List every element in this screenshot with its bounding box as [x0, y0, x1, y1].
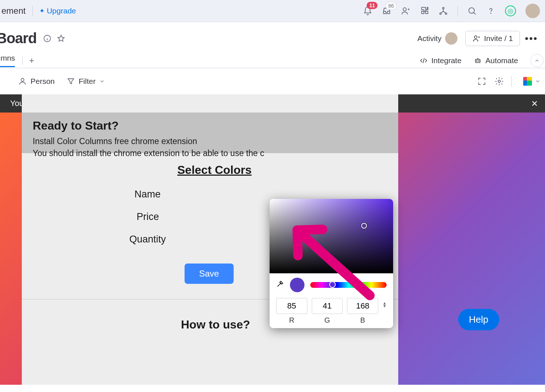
help-button[interactable]: Help [458, 309, 499, 330]
automate-label: Automate [485, 56, 518, 65]
activity-avatar [445, 32, 457, 45]
star-icon [57, 34, 65, 43]
row-label-price: Price [137, 211, 159, 222]
chevron-down-icon [99, 78, 105, 84]
expand-icon [477, 77, 487, 86]
r-input[interactable] [276, 298, 307, 314]
robot-icon [474, 57, 482, 65]
filter-label: Filter [79, 77, 96, 86]
color-palette-button[interactable] [523, 77, 541, 86]
filter-button[interactable]: Filter [66, 77, 105, 86]
filter-row: Person Filter [0, 68, 545, 94]
add-tab-button[interactable]: + [29, 56, 34, 66]
trial-close-button[interactable]: × [531, 97, 538, 110]
favorite-button[interactable] [56, 33, 66, 44]
tab-active[interactable]: umns [0, 54, 15, 67]
extension-intro: Ready to Start? Install Color Columns fr… [33, 119, 360, 160]
eyedropper-button[interactable] [276, 280, 284, 290]
b-label: B [360, 316, 365, 324]
top-bar: ement ✦ Upgrade 11 86 [0, 0, 545, 22]
install-line: Install Color Columns free chrome extens… [33, 135, 360, 147]
person-filter[interactable]: Person [18, 77, 55, 86]
svg-point-11 [21, 78, 24, 81]
svg-point-4 [469, 8, 474, 13]
b-input[interactable] [347, 298, 378, 314]
fullscreen-button[interactable] [477, 77, 487, 86]
shield-check-icon: ◎ [508, 7, 513, 15]
person-icon [18, 77, 27, 86]
top-bar-left: ement ✦ Upgrade [5, 6, 76, 16]
upgrade-label: Upgrade [47, 7, 76, 15]
person-plus-icon [472, 34, 480, 42]
svg-point-0 [403, 8, 407, 11]
eyedropper-icon [276, 280, 284, 288]
divider [457, 5, 458, 16]
notifications-button[interactable]: 11 [363, 6, 372, 16]
color-mode-toggle[interactable]: ▲▼ [383, 302, 387, 307]
hue-slider[interactable] [310, 282, 387, 288]
invite-icon-button[interactable] [401, 6, 410, 16]
upgrade-button[interactable]: ✦ Upgrade [39, 7, 76, 15]
content-stage: You have 14 days left on your Color Colu… [0, 94, 545, 385]
row-label-quantity: Quantity [129, 234, 166, 245]
search-button[interactable] [467, 6, 477, 16]
integrate-icon [420, 57, 428, 65]
chevron-down-icon [535, 78, 541, 84]
board-info-button[interactable] [42, 33, 53, 44]
save-button[interactable]: Save [185, 264, 234, 284]
settings-button[interactable] [494, 77, 504, 86]
puzzle-icon [420, 6, 429, 16]
sparkle-icon: ✦ [39, 7, 45, 15]
chevron-up-icon [534, 58, 540, 64]
org-icon [439, 6, 448, 16]
svg-point-10 [479, 61, 479, 61]
divider [511, 76, 512, 87]
hue-thumb[interactable] [329, 281, 336, 288]
color-picker-popover: R G B ▲▼ [270, 199, 393, 328]
inbox-badge: 86 [385, 2, 396, 10]
svg-point-9 [476, 61, 477, 61]
apps-button[interactable] [420, 6, 429, 16]
collapse-button[interactable] [530, 54, 544, 67]
invite-label: Invite / 1 [484, 34, 513, 43]
person-plus-icon [401, 6, 410, 16]
activity-button[interactable]: Activity [417, 32, 458, 45]
automate-button[interactable]: Automate [474, 56, 518, 65]
notifications-badge: 11 [367, 2, 378, 9]
org-button[interactable] [439, 6, 448, 16]
user-avatar[interactable] [525, 4, 540, 18]
invite-button[interactable]: Invite / 1 [465, 31, 520, 46]
current-color-swatch [290, 278, 304, 292]
svg-point-12 [498, 80, 501, 83]
svg-point-7 [475, 36, 477, 38]
select-colors-title: Select Colors [177, 163, 252, 177]
row-label-name: Name [134, 189, 161, 200]
g-input[interactable] [312, 298, 343, 314]
filter-icon [66, 77, 75, 86]
ready-title: Ready to Start? [33, 119, 360, 132]
help-icon-button[interactable] [486, 6, 496, 16]
top-bar-right: 11 86 ◎ [363, 4, 540, 18]
verified-button[interactable]: ◎ [505, 5, 516, 16]
g-label: G [324, 316, 330, 324]
board-header: Board Activity Invite / 1 ••• [0, 22, 545, 53]
divider [22, 57, 23, 65]
r-label: R [289, 316, 294, 324]
how-to-use-title: How to use? [181, 318, 250, 331]
board-menu-button[interactable]: ••• [525, 33, 538, 44]
inbox-button[interactable]: 86 [382, 6, 391, 16]
saturation-value-canvas[interactable] [270, 199, 393, 273]
should-install-line: You should install the chrome extension … [33, 147, 360, 159]
info-icon [43, 34, 52, 43]
svg-rect-8 [476, 59, 480, 62]
board-title[interactable]: Board [0, 30, 37, 46]
gear-icon [494, 77, 504, 86]
integrate-label: Integrate [431, 56, 461, 65]
tabs-row: umns + Integrate Automate [0, 53, 545, 68]
picker-cursor[interactable] [361, 223, 367, 229]
integrate-button[interactable]: Integrate [420, 56, 461, 65]
svg-point-5 [490, 13, 491, 13]
person-label: Person [31, 77, 55, 86]
svg-point-1 [443, 7, 444, 9]
search-icon [467, 6, 477, 16]
